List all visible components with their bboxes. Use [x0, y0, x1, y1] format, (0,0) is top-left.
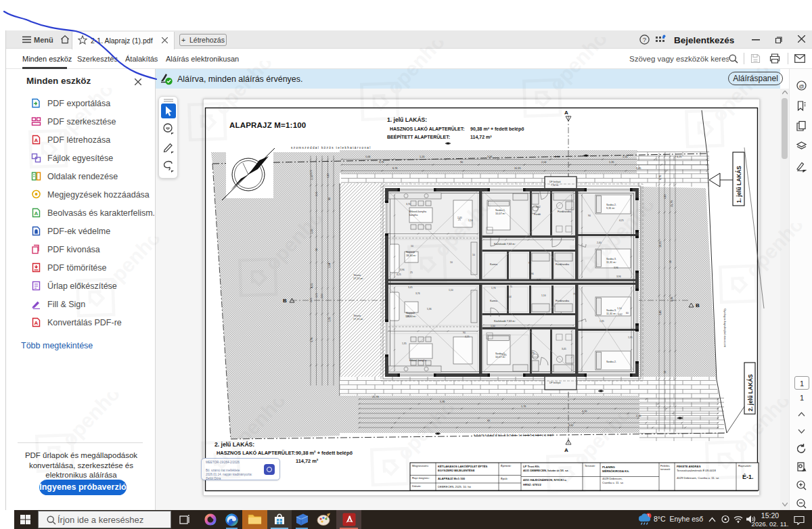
svg-text:Közlekedő 7,63 m²: Közlekedő 7,63 m² [494, 243, 516, 246]
svg-text:3,76: 3,76 [537, 279, 541, 281]
svg-text:Fürdőszoba: Fürdőszoba [556, 300, 570, 302]
svg-text:2,40: 2,40 [597, 242, 602, 244]
svg-text:Tervezőszakmérnök É 09-0018: Tervezőszakmérnök É 09-0018 [677, 469, 716, 472]
svg-text:3,45: 3,45 [636, 167, 641, 170]
svg-text:11,31 m²: 11,31 m² [606, 313, 616, 315]
svg-text:114,72 m²: 114,72 m² [470, 135, 492, 140]
svg-text:MÉRNÖKIRODA Kft.: MÉRNÖKIRODA Kft. [602, 469, 629, 473]
svg-text:3,62: 3,62 [568, 424, 573, 427]
svg-text:3,76: 3,76 [310, 298, 313, 302]
svg-text:2. jelű LAKÁS:: 2. jelű LAKÁS: [215, 441, 254, 448]
svg-text:4,25: 4,25 [311, 283, 313, 288]
svg-text:5,36: 5,36 [427, 308, 432, 310]
svg-text:1,50: 1,50 [623, 156, 627, 158]
svg-text:90: 90 [463, 331, 466, 334]
svg-text:90: 90 [460, 161, 463, 164]
svg-text:25,78: 25,78 [671, 200, 673, 207]
svg-text:1,10: 1,10 [617, 307, 622, 310]
svg-text:1,35: 1,35 [628, 336, 633, 339]
svg-text:3,62: 3,62 [618, 313, 623, 316]
svg-text:25: 25 [458, 218, 461, 221]
svg-text:10: 10 [450, 261, 453, 264]
svg-text:60: 60 [626, 312, 629, 315]
svg-text:Dátum:: Dátum: [412, 484, 422, 488]
svg-text:Szoba 1.: Szoba 1. [495, 209, 505, 212]
svg-text:3,76: 3,76 [530, 352, 535, 354]
svg-text:1,20: 1,20 [420, 156, 424, 158]
svg-text:2,04: 2,04 [321, 294, 323, 298]
svg-text:2,04: 2,04 [541, 161, 546, 164]
svg-text:É-1.: É-1. [742, 474, 754, 480]
svg-text:3,76: 3,76 [315, 293, 318, 298]
svg-text:BEÉPÍTETT ALAPTERÜLET:: BEÉPÍTETT ALAPTERÜLET: [387, 134, 450, 139]
svg-text:szomszéddal közös telekhatárvo: szomszéddal közös telekhatárvonal [291, 146, 371, 150]
svg-text:3,76: 3,76 [379, 161, 384, 164]
svg-text:25,78: 25,78 [372, 396, 379, 398]
svg-text:DF belépő: DF belépő [549, 181, 561, 183]
svg-text:10: 10 [472, 254, 475, 256]
svg-text:ALAPRAJZ M=1:100: ALAPRAJZ M=1:100 [229, 121, 306, 129]
svg-text:Fürdő: Fürdő [534, 213, 541, 216]
svg-text:Kamra: Kamra [490, 300, 498, 302]
svg-text:1,10: 1,10 [449, 289, 453, 292]
svg-text:2,10: 2,10 [555, 156, 560, 158]
svg-text:Étkező-konyha: Étkező-konyha [409, 359, 427, 362]
svg-text:3,45: 3,45 [502, 354, 507, 356]
svg-text:PLANING: PLANING [602, 465, 615, 469]
svg-text:10: 10 [315, 248, 318, 251]
svg-text:90: 90 [528, 262, 531, 264]
svg-text:18,30 m²: 18,30 m² [406, 254, 417, 257]
svg-text:Szoba 3.: Szoba 3. [606, 258, 616, 260]
svg-text:6,76: 6,76 [392, 167, 397, 170]
svg-text:4,25: 4,25 [397, 273, 401, 276]
svg-text:4,10: 4,10 [582, 410, 587, 413]
svg-text:Rajz megnev.:: Rajz megnev.: [412, 476, 430, 480]
svg-text:1,76: 1,76 [491, 287, 496, 290]
svg-text:Nappali: Nappali [406, 251, 415, 254]
svg-text:10,07 m²: 10,07 m² [495, 212, 506, 215]
svg-text:?: ? [643, 36, 646, 43]
svg-text:2,10: 2,10 [311, 175, 313, 180]
svg-text:A: A [564, 110, 568, 116]
svg-text:1. jelű LAKÁS:: 1. jelű LAKÁS: [387, 116, 427, 123]
svg-text:3,76: 3,76 [406, 203, 411, 206]
svg-text:1,35: 1,35 [600, 320, 604, 323]
svg-text:1,76: 1,76 [521, 405, 526, 408]
svg-text:90,38 m² + fedett belépő: 90,38 m² + fedett belépő [296, 450, 353, 456]
svg-text:LP Trust Kft.: LP Trust Kft. [523, 465, 540, 468]
svg-text:FEKETE ANDRÁS: FEKETE ANDRÁS [677, 465, 701, 468]
svg-text:3,45: 3,45 [315, 191, 318, 196]
svg-text:Gyalogos kapubejáró tervezett: Gyalogos kapubejáró tervezett [723, 308, 727, 348]
svg-text:Szoba 3.: Szoba 3. [606, 309, 616, 312]
svg-text:B: B [283, 298, 287, 304]
svg-text:3,45: 3,45 [659, 310, 662, 315]
svg-text:A: A [564, 447, 568, 453]
svg-text:B: B [696, 302, 700, 308]
svg-text:17,21 m²: 17,21 m² [353, 277, 364, 280]
svg-text:4,25: 4,25 [619, 219, 624, 222]
svg-text:90,38 m² + fedett belépő: 90,38 m² + fedett belépő [470, 127, 524, 132]
svg-text:tervező:: tervező: [660, 467, 671, 471]
svg-text:3,96: 3,96 [487, 156, 492, 158]
svg-text:2. jelű LAKÁS: 2. jelű LAKÁS [746, 374, 754, 411]
svg-text:3,76: 3,76 [311, 338, 313, 342]
svg-text:1,76: 1,76 [310, 170, 313, 175]
svg-text:DF belépő: DF belépő [549, 382, 561, 384]
svg-text:2,04: 2,04 [328, 263, 331, 268]
svg-text:4029 Debrecen,: 4029 Debrecen, [602, 477, 623, 480]
svg-text:9,31 m²: 9,31 m² [606, 207, 616, 210]
svg-text:HASZNOS LAKÓ ALAPTERÜLET:: HASZNOS LAKÓ ALAPTERÜLET: [390, 126, 465, 131]
svg-text:60: 60 [669, 260, 672, 263]
svg-text:10,35: 10,35 [514, 167, 521, 170]
svg-text:Terasz: Terasz [353, 274, 361, 277]
svg-text:4,10: 4,10 [664, 194, 667, 199]
svg-text:1,76: 1,76 [405, 315, 410, 318]
svg-text:3,96: 3,96 [529, 273, 534, 275]
svg-text:Rajzszám:: Rajzszám: [738, 464, 752, 467]
svg-text:1,50: 1,50 [311, 229, 313, 234]
svg-text:Csonka u. 11. sz.: Csonka u. 11. sz. [602, 481, 624, 484]
svg-text:@: @ [798, 83, 804, 89]
svg-text:Épük:: Épük: [501, 477, 508, 480]
svg-text:KÉTLAKÁSOS LAKÓÉPÜLET ÉPTÉS: KÉTLAKÁSOS LAKÓÉPÜLET ÉPTÉS [438, 465, 487, 468]
svg-text:1,35: 1,35 [328, 317, 331, 322]
